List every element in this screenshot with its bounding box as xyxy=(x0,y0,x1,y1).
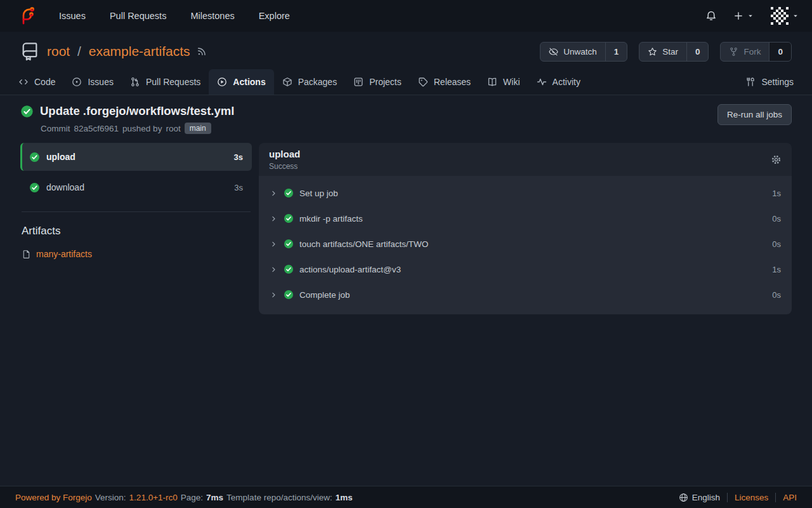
divider xyxy=(22,211,251,212)
repo-name-link[interactable]: example-artifacts xyxy=(89,44,190,58)
step-duration: 0s xyxy=(772,214,781,224)
tab-packages[interactable]: Packages xyxy=(274,69,345,95)
divider xyxy=(775,493,776,502)
rss-feed-icon[interactable] xyxy=(197,46,207,57)
chevron-down-icon xyxy=(747,12,754,20)
job-detail-header: upload Success xyxy=(259,143,792,176)
artifact-download-link[interactable]: many-artifacts xyxy=(36,249,92,259)
chevron-right-icon xyxy=(270,240,278,248)
step-duration: 1s xyxy=(772,189,781,198)
job-steps-list: Set up job 1s mkdir -p artifacts 0s touc… xyxy=(259,176,792,314)
git-fork-icon xyxy=(729,47,738,57)
divider xyxy=(727,493,728,502)
artifact-item[interactable]: many-artifacts xyxy=(20,249,252,259)
chevron-right-icon xyxy=(270,215,278,223)
job-item-upload[interactable]: upload 3s xyxy=(20,143,252,171)
forks-count[interactable]: 0 xyxy=(769,43,791,61)
language-selector[interactable]: English xyxy=(679,493,720,502)
tab-code[interactable]: Code xyxy=(10,69,63,95)
stars-count[interactable]: 0 xyxy=(686,43,709,61)
code-icon xyxy=(18,77,29,87)
tab-activity[interactable]: Activity xyxy=(528,69,589,95)
commit-author-link[interactable]: root xyxy=(166,124,180,133)
tab-settings[interactable]: Settings xyxy=(737,69,802,95)
page-time-value: 7ms xyxy=(206,493,223,502)
nav-link-explore[interactable]: Explore xyxy=(247,11,302,21)
tab-issues[interactable]: Issues xyxy=(63,69,121,95)
star-icon xyxy=(648,47,657,57)
check-circle-icon xyxy=(284,264,294,274)
step-row[interactable]: Set up job 1s xyxy=(259,180,792,206)
unwatch-button[interactable]: Unwatch xyxy=(540,43,605,61)
run-success-check-icon xyxy=(20,105,34,118)
repo-owner-link[interactable]: root xyxy=(47,44,70,58)
star-button-group: Star 0 xyxy=(639,42,709,62)
tag-icon xyxy=(418,77,428,87)
repo-book-icon xyxy=(20,41,39,62)
user-avatar-identicon xyxy=(771,7,789,25)
project-board-icon xyxy=(353,77,363,87)
step-row[interactable]: actions/upload-artifact@v3 1s xyxy=(259,257,792,282)
tab-actions[interactable]: Actions xyxy=(209,69,273,95)
commit-hash-link[interactable]: 82a5cf6961 xyxy=(74,124,119,133)
book-icon xyxy=(487,77,497,87)
chevron-right-icon xyxy=(270,291,278,299)
fork-button-group: Fork 0 xyxy=(720,42,792,62)
powered-by-link[interactable]: Powered by Forgejo xyxy=(15,493,92,502)
tab-wiki[interactable]: Wiki xyxy=(479,69,528,95)
nav-link-issues[interactable]: Issues xyxy=(47,11,98,21)
forgejo-logo[interactable] xyxy=(18,6,37,25)
api-link[interactable]: API xyxy=(783,493,797,502)
job-detail-panel: upload Success Set up job 1s mkdir -p ar… xyxy=(259,143,792,314)
check-circle-icon xyxy=(284,213,294,224)
check-circle-icon xyxy=(29,182,40,193)
rerun-all-jobs-button[interactable]: Re-run all jobs xyxy=(717,104,792,125)
package-icon xyxy=(282,77,292,87)
licenses-link[interactable]: Licenses xyxy=(735,493,768,502)
template-time-value: 1ms xyxy=(336,493,353,502)
check-circle-icon xyxy=(284,290,294,300)
check-circle-icon xyxy=(29,152,40,163)
watchers-count[interactable]: 1 xyxy=(605,43,627,61)
page-footer: Powered by Forgejo Version: 1.21.0+1-rc0… xyxy=(0,486,812,508)
create-new-menu[interactable] xyxy=(733,11,754,21)
step-row[interactable]: touch artifacts/ONE artifacts/TWO 0s xyxy=(259,231,792,257)
page-time-label: Page: xyxy=(181,493,203,502)
branch-badge[interactable]: main xyxy=(185,123,211,134)
issue-circle-icon xyxy=(72,77,82,87)
tab-projects[interactable]: Projects xyxy=(345,69,410,95)
job-item-download[interactable]: download 3s xyxy=(20,173,252,201)
star-button[interactable]: Star xyxy=(639,43,686,61)
version-link[interactable]: 1.21.0+1-rc0 xyxy=(129,493,178,502)
tab-releases[interactable]: Releases xyxy=(410,69,479,95)
run-commit-line: Commit 82a5cf6961 pushed by root main xyxy=(41,123,234,134)
step-row[interactable]: mkdir -p artifacts 0s xyxy=(259,206,792,231)
job-list-sidebar: upload 3s download 3s Artifacts many-art… xyxy=(20,143,252,314)
actions-run-view: Update .forgejo/workflows/test.yml Commi… xyxy=(0,95,812,486)
gear-icon[interactable] xyxy=(771,154,782,165)
globe-icon xyxy=(679,493,688,502)
job-duration: 3s xyxy=(234,152,243,162)
play-circle-icon xyxy=(217,77,227,87)
job-status-text: Success xyxy=(269,162,300,171)
unwatch-button-group: Unwatch 1 xyxy=(540,42,627,62)
nav-link-milestones[interactable]: Milestones xyxy=(178,11,246,21)
user-menu[interactable] xyxy=(771,7,799,25)
file-icon xyxy=(22,250,31,259)
step-duration: 1s xyxy=(772,265,781,274)
run-title: Update .forgejo/workflows/test.yml xyxy=(40,104,234,118)
notifications-bell-icon[interactable] xyxy=(705,10,717,22)
breadcrumb-separator: / xyxy=(77,44,81,58)
chevron-right-icon xyxy=(270,189,278,197)
template-time-label: Template repo/actions/view: xyxy=(226,493,332,502)
job-detail-name: upload xyxy=(269,149,300,159)
fork-button: Fork xyxy=(721,43,769,61)
git-pull-request-icon xyxy=(130,77,140,87)
top-navbar: Issues Pull Requests Milestones Explore xyxy=(0,0,812,32)
step-row[interactable]: Complete job 0s xyxy=(259,282,792,307)
chevron-right-icon xyxy=(270,265,278,274)
nav-link-pull-requests[interactable]: Pull Requests xyxy=(98,11,178,21)
tab-pull-requests[interactable]: Pull Requests xyxy=(122,69,209,95)
version-label: Version: xyxy=(95,493,126,502)
pulse-icon xyxy=(537,77,547,87)
